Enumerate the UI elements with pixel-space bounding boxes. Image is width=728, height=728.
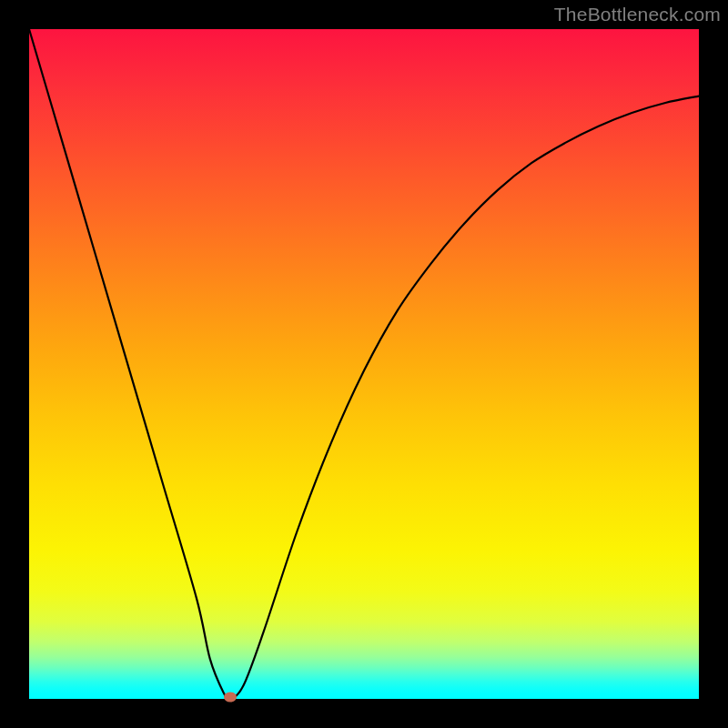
optimum-marker bbox=[224, 693, 237, 703]
curve-svg bbox=[29, 29, 699, 699]
chart-frame: TheBottleneck.com bbox=[0, 0, 728, 728]
bottleneck-curve bbox=[29, 29, 699, 699]
watermark-text: TheBottleneck.com bbox=[554, 4, 721, 25]
plot-area bbox=[29, 29, 699, 699]
